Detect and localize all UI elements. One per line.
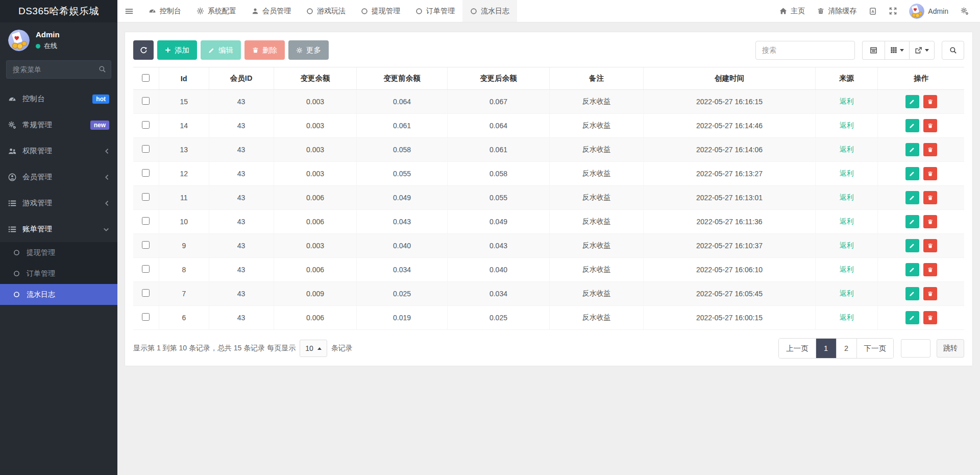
avatar[interactable] [8,30,30,51]
page-size-select[interactable]: 10 [300,340,327,357]
source-link[interactable]: 返利 [840,289,854,297]
row-delete-button[interactable] [923,287,937,300]
row-delete-button[interactable] [923,119,937,132]
sidebar-item-permissions[interactable]: 权限管理 [0,138,117,164]
tab-game-play[interactable]: 游戏玩法 [299,0,353,22]
cell-member-id: 43 [209,114,274,138]
select-all-checkbox[interactable] [142,74,150,82]
tab-members[interactable]: 会员管理 [244,0,299,22]
list-icon [8,199,17,207]
source-link[interactable]: 返利 [840,97,854,105]
row-delete-button[interactable] [923,143,937,156]
source-link[interactable]: 返利 [840,193,854,201]
row-edit-button[interactable] [905,95,919,108]
admin-dropdown[interactable]: Admin [903,0,954,22]
row-checkbox[interactable] [142,289,150,297]
col-source: 来源 [816,67,878,90]
source-link[interactable]: 返利 [840,313,854,321]
row-edit-button[interactable] [905,191,919,204]
row-edit-button[interactable] [905,143,919,156]
page-button-1[interactable]: 1 [816,339,836,358]
language-button[interactable]: A [863,0,883,22]
cell-member-id: 43 [209,210,274,234]
row-checkbox[interactable] [142,145,150,153]
edit-button[interactable]: 编辑 [201,40,241,60]
sidebar-search-input[interactable] [6,60,111,79]
row-edit-button[interactable] [905,263,919,276]
row-delete-button[interactable] [923,191,937,204]
source-link[interactable]: 返利 [840,121,854,129]
cell-after: 0.049 [447,210,549,234]
cell-created: 2022-05-27 16:13:01 [644,186,816,210]
row-edit-button[interactable] [905,167,919,180]
export-button[interactable] [909,41,935,60]
cell-id: 9 [159,234,209,258]
next-page-button[interactable]: 下一页 [856,339,894,358]
user-circle-icon [8,173,17,181]
delete-button[interactable]: 删除 [244,40,285,60]
jump-button[interactable]: 跳转 [937,339,964,358]
jump-page-input[interactable] [901,339,930,358]
row-edit-button[interactable] [905,239,919,252]
row-checkbox[interactable] [142,97,150,105]
row-checkbox[interactable] [142,121,150,129]
tab-withdraw[interactable]: 提现管理 [353,0,408,22]
row-checkbox[interactable] [142,313,150,321]
submenu-item-orders[interactable]: 订单管理 [0,263,117,284]
sidebar-item-games[interactable]: 游戏管理 [0,190,117,216]
refresh-button[interactable] [133,40,154,60]
sidebar-item-billing[interactable]: 账单管理 [0,216,117,242]
tab-orders[interactable]: 订单管理 [408,0,462,22]
source-link[interactable]: 返利 [840,169,854,177]
sidebar-item-dashboard[interactable]: 控制台 hot [0,86,117,112]
row-checkbox[interactable] [142,217,150,225]
prev-page-button[interactable]: 上一页 [779,339,816,358]
row-edit-button[interactable] [905,119,919,132]
add-button[interactable]: 添加 [157,40,197,60]
row-delete-button[interactable] [923,95,937,108]
cell-created: 2022-05-27 16:11:36 [644,210,816,234]
row-delete-button[interactable] [923,263,937,276]
fullscreen-button[interactable] [883,0,903,22]
sidebar-toggle-button[interactable] [117,0,141,22]
export-icon [915,46,922,54]
row-checkbox[interactable] [142,265,150,273]
tab-system-config[interactable]: 系统配置 [189,0,244,22]
tab-flow-log[interactable]: 流水日志 [462,0,517,22]
row-delete-button[interactable] [923,239,937,252]
row-delete-button[interactable] [923,311,937,324]
home-button[interactable]: 主页 [773,0,811,22]
trash-icon [252,46,259,54]
source-link[interactable]: 返利 [840,217,854,225]
detail-view-button[interactable] [862,41,885,60]
circle-icon [361,8,368,15]
tab-dashboard[interactable]: 控制台 [141,0,189,22]
submenu-item-withdraw[interactable]: 提现管理 [0,242,117,263]
row-edit-button[interactable] [905,287,919,300]
settings-button[interactable] [954,0,975,22]
clear-cache-button[interactable]: 清除缓存 [811,0,863,22]
row-checkbox[interactable] [142,193,150,201]
row-checkbox[interactable] [142,241,150,249]
sidebar-item-members[interactable]: 会员管理 [0,164,117,190]
table-search-input[interactable] [755,41,855,60]
more-button[interactable]: 更多 [288,40,329,60]
page-button-2[interactable]: 2 [836,339,856,358]
source-link[interactable]: 返利 [840,145,854,153]
row-checkbox[interactable] [142,169,150,177]
row-edit-button[interactable] [905,215,919,228]
row-delete-button[interactable] [923,215,937,228]
source-link[interactable]: 返利 [840,241,854,249]
columns-button[interactable] [885,41,909,60]
cell-member-id: 43 [209,258,274,282]
submenu-item-flow-log[interactable]: 流水日志 [0,284,117,305]
translate-icon: A [869,7,877,15]
col-remark: 备注 [550,67,644,90]
cell-created: 2022-05-27 16:14:46 [644,114,816,138]
search-submit-button[interactable] [942,41,964,60]
home-icon [779,7,787,15]
source-link[interactable]: 返利 [840,265,854,273]
sidebar-item-general[interactable]: 常规管理 new [0,112,117,138]
row-delete-button[interactable] [923,167,937,180]
row-edit-button[interactable] [905,311,919,324]
